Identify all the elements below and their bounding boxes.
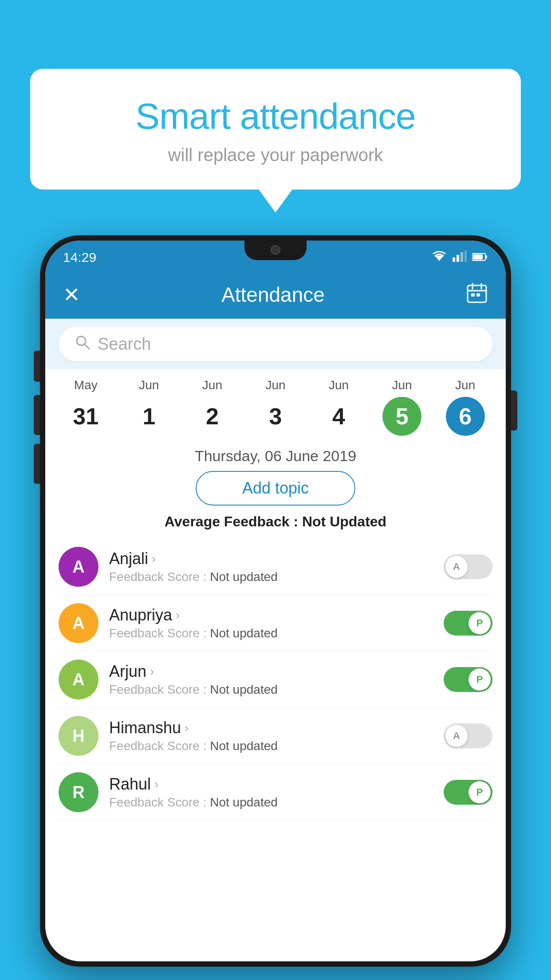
student-item[interactable]: AAnjali ›Feedback Score : Not updatedA	[59, 539, 492, 595]
feedback-score: Feedback Score : Not updated	[109, 683, 433, 697]
score-value: Not updated	[210, 626, 278, 640]
search-bar[interactable]: Search	[59, 327, 492, 361]
svg-marker-0	[435, 256, 444, 261]
avatar: A	[59, 603, 98, 643]
toggle-knob: P	[468, 781, 491, 803]
avatar: A	[59, 660, 98, 699]
phone-frame: 14:29	[40, 235, 511, 967]
power-button	[511, 391, 517, 431]
student-name: Rahul ›	[109, 775, 433, 794]
cal-num: 3	[256, 397, 295, 436]
cal-month: Jun	[202, 378, 222, 392]
battery-icon	[472, 251, 488, 265]
header-title: Attendance	[221, 283, 325, 307]
chevron-icon: ›	[185, 721, 189, 735]
average-feedback: Average Feedback : Not Updated	[45, 514, 506, 530]
avatar: R	[59, 772, 98, 812]
toggle-knob: A	[445, 725, 468, 747]
student-info: Anupriya ›Feedback Score : Not updated	[109, 606, 433, 640]
cal-num: 5	[382, 397, 421, 436]
svg-rect-4	[464, 250, 467, 262]
attendance-toggle[interactable]: P	[444, 611, 492, 636]
svg-rect-12	[471, 293, 475, 296]
calendar-day[interactable]: Jun4	[310, 378, 368, 436]
student-item[interactable]: HHimanshu ›Feedback Score : Not updatedA	[59, 708, 492, 764]
search-container: Search	[45, 319, 506, 369]
attendance-toggle[interactable]: P	[444, 780, 492, 805]
score-value: Not updated	[210, 570, 278, 584]
student-item[interactable]: RRahul ›Feedback Score : Not updatedP	[59, 764, 492, 821]
feedback-score: Feedback Score : Not updated	[109, 570, 433, 584]
status-icons	[431, 250, 488, 265]
svg-line-15	[85, 344, 89, 349]
feedback-score: Feedback Score : Not updated	[109, 795, 433, 810]
student-name: Arjun ›	[109, 662, 433, 681]
svg-rect-13	[476, 293, 480, 296]
student-info: Arjun ›Feedback Score : Not updated	[109, 662, 433, 697]
student-name: Himanshu ›	[109, 719, 433, 737]
attendance-toggle[interactable]: P	[444, 667, 492, 692]
calendar-button[interactable]	[466, 282, 488, 308]
calendar-day[interactable]: Jun1	[120, 378, 178, 436]
search-placeholder: Search	[98, 335, 151, 354]
calendar-day[interactable]: Jun3	[247, 378, 304, 436]
cal-month: May	[74, 378, 98, 392]
feedback-score: Feedback Score : Not updated	[109, 626, 433, 640]
notch	[244, 241, 307, 260]
toggle-knob: P	[468, 668, 491, 691]
wifi-icon	[431, 250, 447, 265]
chevron-icon: ›	[150, 664, 154, 679]
bubble-subtitle: will replace your paperwork	[52, 145, 499, 165]
calendar-day[interactable]: Jun6	[437, 378, 494, 436]
svg-rect-3	[460, 252, 463, 262]
student-item[interactable]: AArjun ›Feedback Score : Not updatedP	[59, 652, 492, 708]
chevron-icon: ›	[176, 608, 180, 622]
chevron-icon: ›	[152, 552, 156, 566]
toggle-knob: A	[445, 556, 468, 578]
avatar: A	[59, 547, 98, 587]
attendance-toggle[interactable]: A	[444, 554, 492, 579]
calendar-day[interactable]: Jun2	[183, 378, 241, 436]
front-camera	[271, 245, 280, 255]
score-value: Not updated	[210, 739, 278, 753]
cal-month: Jun	[329, 378, 349, 392]
cal-num: 4	[319, 397, 358, 436]
attendance-toggle[interactable]: A	[444, 723, 492, 748]
volume-up-button	[34, 395, 40, 435]
student-item[interactable]: AAnupriya ›Feedback Score : Not updatedP	[59, 595, 492, 652]
svg-rect-1	[453, 257, 455, 262]
cal-num: 2	[193, 397, 232, 436]
avatar: H	[59, 716, 98, 756]
volume-down-button	[34, 444, 40, 484]
app-header: ✕ Attendance	[45, 271, 506, 319]
search-icon	[75, 334, 91, 354]
add-topic-button[interactable]: Add topic	[196, 471, 355, 506]
feedback-value: Not Updated	[302, 514, 386, 530]
svg-rect-2	[457, 255, 459, 262]
feedback-label: Average Feedback :	[165, 514, 302, 530]
cal-num: 31	[66, 397, 105, 436]
student-name: Anjali ›	[109, 549, 433, 568]
cal-month: Jun	[265, 378, 285, 392]
cal-month: Jun	[455, 378, 475, 392]
cal-month: Jun	[392, 378, 412, 392]
student-name: Anupriya ›	[109, 606, 433, 624]
volume-silent-button	[34, 351, 40, 382]
phone-screen: 14:29	[45, 241, 506, 961]
close-button[interactable]: ✕	[63, 283, 80, 307]
cal-month: Jun	[139, 378, 159, 392]
cal-num: 6	[446, 397, 485, 436]
student-info: Himanshu ›Feedback Score : Not updated	[109, 719, 433, 753]
score-value: Not updated	[210, 795, 278, 809]
speech-bubble: Smart attendance will replace your paper…	[30, 69, 521, 190]
toggle-knob: P	[468, 612, 491, 634]
chevron-icon: ›	[154, 777, 158, 791]
svg-rect-6	[485, 255, 487, 259]
calendar-strip: May31Jun1Jun2Jun3Jun4Jun5Jun6	[45, 369, 506, 439]
bubble-title: Smart attendance	[52, 95, 499, 137]
calendar-day[interactable]: May31	[57, 378, 114, 436]
calendar-day[interactable]: Jun5	[373, 378, 431, 436]
feedback-score: Feedback Score : Not updated	[109, 739, 433, 753]
svg-rect-7	[473, 254, 483, 260]
status-time: 14:29	[63, 250, 96, 265]
